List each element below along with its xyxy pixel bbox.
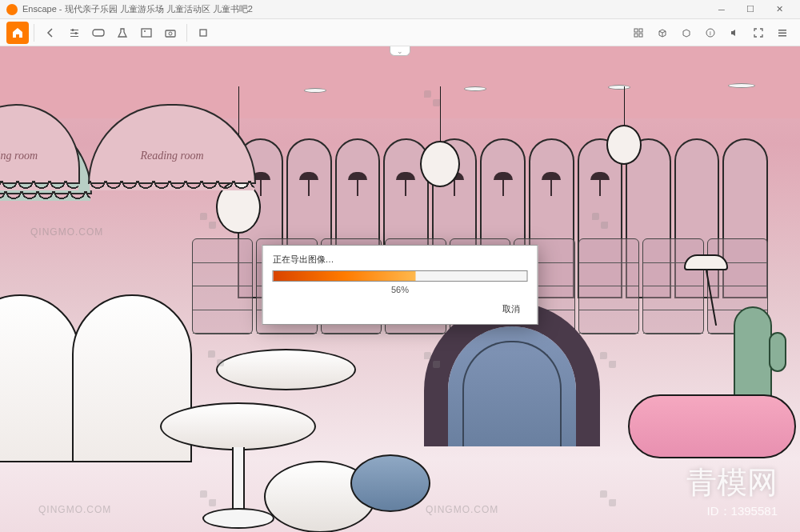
floor-lamp	[684, 254, 728, 326]
awning-text: Reading room	[90, 150, 254, 162]
svg-rect-11	[634, 29, 638, 32]
grid-button[interactable]	[627, 22, 650, 44]
svg-rect-10	[200, 30, 206, 36]
expand-button[interactable]	[747, 22, 770, 44]
svg-rect-19	[778, 35, 786, 37]
vr-button[interactable]	[87, 22, 110, 44]
watermark-domain: QINGMO.COM	[38, 504, 111, 515]
progress-bar	[273, 270, 528, 282]
cube-icon	[681, 27, 692, 38]
watermark-icon	[200, 213, 216, 229]
progress-bar-fill	[274, 271, 416, 281]
camera-button[interactable]	[159, 22, 182, 44]
menu-button[interactable]	[771, 22, 794, 44]
progress-percent: 56%	[273, 285, 528, 294]
minimize-button[interactable]: ─	[707, 0, 736, 19]
view-persp-button[interactable]	[675, 22, 698, 44]
ceiling-light	[728, 83, 755, 88]
watermark-icon	[200, 490, 216, 506]
watermark-icon	[424, 352, 440, 368]
svg-text:i: i	[710, 30, 711, 37]
watermark-icon	[424, 90, 440, 106]
image-icon	[141, 27, 152, 38]
viewport-dropdown-button[interactable]: ⌄	[390, 46, 410, 56]
pendant-light	[420, 141, 460, 187]
export-progress-dialog: 正在导出图像… 56% 取消	[262, 245, 538, 325]
main-toolbar: i	[0, 19, 800, 46]
svg-rect-5	[93, 30, 104, 36]
pendant-wire	[624, 86, 625, 126]
stool	[350, 454, 430, 512]
watermark-icon	[592, 213, 608, 229]
watermark-brand: 青模网	[686, 462, 778, 503]
svg-rect-8	[166, 30, 175, 37]
expand-icon	[753, 27, 764, 38]
goggles-icon	[92, 28, 105, 38]
svg-rect-14	[639, 34, 642, 37]
maximize-button[interactable]: ☐	[736, 0, 765, 19]
sound-button[interactable]	[723, 22, 746, 44]
camera-icon	[165, 27, 176, 38]
pendant-wire	[440, 86, 441, 142]
svg-point-3	[72, 29, 74, 31]
svg-point-7	[144, 30, 146, 32]
watermark-icon	[208, 350, 224, 366]
menu-icon	[777, 27, 788, 38]
toolbar-divider	[34, 24, 34, 42]
awning-text: ling room	[0, 150, 78, 162]
progress-title: 正在导出图像…	[273, 254, 528, 266]
svg-rect-2	[70, 36, 78, 37]
nav-back-button[interactable]	[39, 22, 62, 44]
watermark-domain: QINGMO.COM	[426, 504, 498, 515]
cancel-button[interactable]: 取消	[494, 301, 528, 318]
home-button[interactable]	[6, 22, 29, 44]
info-button[interactable]: i	[699, 22, 722, 44]
svg-rect-12	[639, 29, 642, 32]
svg-rect-17	[778, 30, 786, 31]
settings-button[interactable]	[63, 22, 86, 44]
flask-icon	[117, 27, 128, 38]
render-button[interactable]	[192, 22, 214, 44]
ceiling-light	[304, 88, 326, 93]
svg-rect-13	[634, 34, 638, 37]
info-icon: i	[705, 27, 716, 38]
sound-icon	[729, 27, 740, 38]
watermark-domain: QINGMO.COM	[30, 226, 103, 238]
ceiling-light	[608, 85, 630, 90]
watermark-id: ID：1395581	[707, 504, 778, 519]
watermark-icon	[600, 352, 616, 368]
svg-point-4	[75, 32, 78, 34]
cactus-decoration	[734, 306, 772, 402]
layers-icon	[198, 27, 209, 38]
window-controls: ─ ☐ ✕	[707, 0, 794, 19]
media-button[interactable]	[135, 22, 158, 44]
pink-ottoman	[628, 394, 796, 458]
effects-button[interactable]	[111, 22, 134, 44]
svg-point-9	[169, 32, 172, 35]
close-button[interactable]: ✕	[765, 0, 794, 19]
title-bar: Enscape - 现代亲子乐园 儿童游乐场 儿童活动区 儿童书吧2 ─ ☐ ✕	[0, 0, 800, 19]
chevron-down-icon: ⌄	[397, 47, 403, 55]
window-title: Enscape - 现代亲子乐园 儿童游乐场 儿童活动区 儿童书吧2	[22, 3, 707, 15]
scene-ceiling	[0, 46, 800, 118]
app-icon	[6, 4, 18, 15]
sliders-icon	[69, 27, 80, 38]
round-table	[216, 349, 356, 390]
cube-outline-icon	[657, 27, 668, 38]
ceiling-light	[464, 86, 486, 91]
pendant-light	[606, 125, 642, 165]
toolbar-divider	[186, 24, 187, 42]
svg-rect-18	[778, 32, 786, 34]
view-ortho-button[interactable]	[651, 22, 674, 44]
grid-icon	[633, 27, 644, 38]
back-icon	[45, 27, 56, 38]
home-icon	[11, 26, 24, 39]
render-viewport[interactable]: ling room Reading room	[0, 46, 800, 532]
watermark-icon	[600, 490, 616, 506]
svg-rect-6	[142, 29, 151, 37]
